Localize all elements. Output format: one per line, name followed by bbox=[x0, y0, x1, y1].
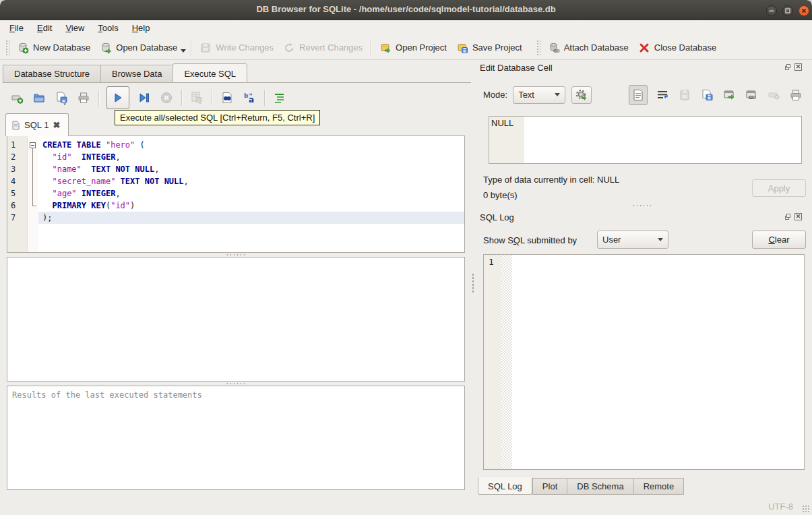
cell-size-info: 0 byte(s) bbox=[483, 190, 518, 200]
print-sql-button[interactable] bbox=[76, 90, 91, 105]
fold-guide-line bbox=[32, 148, 33, 206]
cell-value-editor[interactable]: NULL bbox=[489, 116, 802, 164]
save-results-button[interactable] bbox=[189, 90, 204, 105]
menu-view[interactable]: View bbox=[59, 21, 91, 35]
open-sql-file-button[interactable] bbox=[32, 90, 46, 105]
open-external-icon[interactable] bbox=[722, 88, 737, 102]
cell-toolbar bbox=[629, 85, 803, 105]
execute-all-button[interactable] bbox=[106, 86, 129, 109]
save-project-button[interactable]: Save Project bbox=[451, 39, 527, 57]
menu-file[interactable]: File bbox=[3, 21, 30, 35]
new-sql-tab-button[interactable] bbox=[9, 90, 24, 105]
sql-code-editor[interactable]: 1234567 CREATE TABLE "hero" ( "id" INTEG… bbox=[7, 135, 465, 253]
cell-mode-row: Mode: Text bbox=[483, 86, 592, 104]
menubar: File Edit View Tools Help bbox=[0, 20, 812, 36]
code-line[interactable]: "age" INTEGER, bbox=[38, 187, 464, 200]
window-controls bbox=[766, 5, 809, 16]
results-log-panel[interactable]: Results of the last executed statements bbox=[7, 386, 465, 490]
results-placeholder: Results of the last executed statements bbox=[12, 390, 202, 400]
auto-mode-button[interactable] bbox=[571, 86, 592, 104]
vertical-splitter[interactable] bbox=[472, 273, 475, 293]
stop-button[interactable] bbox=[159, 90, 174, 105]
sql-log-editor[interactable]: 1 bbox=[483, 254, 805, 470]
write-changes-button[interactable]: Write Changes bbox=[195, 39, 278, 57]
code-line[interactable]: ); bbox=[38, 212, 464, 224]
open-database-dropdown-arrow[interactable] bbox=[181, 49, 186, 53]
sql-tab-label: SQL 1 bbox=[24, 120, 49, 130]
sql-log-dock-header: SQL Log ✕ bbox=[480, 212, 807, 224]
sql-document-tab[interactable]: SQL 1 ✖ bbox=[5, 113, 69, 136]
replace-button[interactable]: b a bbox=[242, 90, 257, 105]
menu-tools[interactable]: Tools bbox=[91, 21, 125, 35]
execute-line-button[interactable] bbox=[137, 90, 152, 105]
line-number: 1 bbox=[7, 139, 27, 151]
edit-cell-dock-header: Edit Database Cell ✕ bbox=[480, 63, 807, 75]
menu-edit[interactable]: Edit bbox=[30, 21, 59, 35]
log-fold-margin bbox=[501, 255, 512, 469]
window-title: DB Browser for SQLite - /home/user/code/… bbox=[0, 4, 812, 14]
close-button[interactable] bbox=[799, 5, 809, 16]
clear-button[interactable]: Clear bbox=[752, 231, 806, 249]
svg-text:b: b bbox=[244, 92, 249, 99]
tab-database-structure[interactable]: Database Structure bbox=[3, 65, 100, 83]
fold-collapse-icon[interactable] bbox=[30, 142, 36, 148]
line-number: 7 bbox=[7, 212, 27, 224]
tab-plot[interactable]: Plot bbox=[532, 478, 567, 495]
code-line[interactable]: "id" INTEGER, bbox=[38, 151, 464, 163]
tab-execute-sql[interactable]: Execute SQL bbox=[173, 63, 247, 83]
execute-tooltip: Execute all/selected SQL [Ctrl+Return, F… bbox=[115, 110, 320, 125]
set-null-icon[interactable] bbox=[766, 88, 781, 102]
export-cell-icon[interactable] bbox=[699, 88, 714, 102]
sql-toolbar-separator bbox=[181, 90, 182, 106]
sql-tab-close-icon[interactable]: ✖ bbox=[53, 120, 60, 130]
close-database-button[interactable]: Close Database bbox=[633, 39, 722, 57]
mode-combobox[interactable]: Text bbox=[513, 86, 565, 104]
dock-close-icon[interactable]: ✕ bbox=[794, 63, 802, 71]
apply-button[interactable]: Apply bbox=[752, 179, 806, 197]
tab-sql-log[interactable]: SQL Log bbox=[478, 477, 532, 495]
dock-float-icon[interactable] bbox=[784, 63, 792, 71]
chevron-down-icon bbox=[658, 238, 663, 241]
dock-close-icon[interactable]: ✕ bbox=[794, 213, 802, 220]
chevron-down-icon bbox=[555, 93, 560, 96]
format-sql-button[interactable] bbox=[272, 90, 287, 105]
results-grid-panel[interactable] bbox=[7, 257, 465, 382]
open-project-button[interactable]: Open Project bbox=[375, 39, 451, 57]
maximize-button[interactable] bbox=[782, 5, 793, 16]
new-database-button[interactable]: New Database bbox=[12, 39, 95, 57]
cell-type-info: Type of data currently in cell: NULL bbox=[483, 175, 619, 185]
link-cell-icon[interactable] bbox=[744, 88, 759, 102]
fold-margin bbox=[28, 136, 38, 252]
titlebar[interactable]: DB Browser for SQLite - /home/user/code/… bbox=[0, 0, 812, 20]
log-text-area[interactable] bbox=[512, 255, 804, 469]
code-area[interactable]: CREATE TABLE "hero" ( "id" INTEGER, "nam… bbox=[38, 136, 464, 252]
word-wrap-icon[interactable] bbox=[655, 88, 670, 102]
code-line[interactable]: CREATE TABLE "hero" ( bbox=[38, 139, 464, 151]
write-changes-icon bbox=[199, 42, 212, 54]
tab-browse-data[interactable]: Browse Data bbox=[100, 65, 173, 83]
line-number: 5 bbox=[7, 187, 27, 200]
find-button[interactable] bbox=[220, 90, 235, 105]
toolbar-drag-handle[interactable] bbox=[536, 40, 540, 56]
toolbar-drag-handle[interactable] bbox=[5, 40, 9, 56]
code-line[interactable]: "name" TEXT NOT NULL, bbox=[38, 163, 464, 175]
save-sql-file-button[interactable] bbox=[54, 90, 69, 105]
dock-float-icon[interactable] bbox=[784, 213, 792, 221]
revert-changes-button[interactable]: Revert Changes bbox=[278, 39, 367, 57]
open-database-button[interactable]: Open Database bbox=[95, 39, 182, 57]
log-filter-combobox[interactable]: User bbox=[597, 231, 668, 249]
tab-db-schema[interactable]: DB Schema bbox=[567, 478, 633, 495]
import-cell-icon[interactable] bbox=[677, 88, 692, 102]
sql-toolbar-separator bbox=[264, 90, 265, 106]
text-mode-toggle[interactable] bbox=[629, 85, 648, 105]
menu-help[interactable]: Help bbox=[125, 21, 157, 35]
attach-database-button[interactable]: Attach Database bbox=[543, 39, 633, 57]
resize-grip[interactable] bbox=[802, 505, 810, 513]
code-line[interactable]: PRIMARY KEY("id") bbox=[38, 200, 464, 212]
code-line[interactable]: "secret_name" TEXT NOT NULL, bbox=[38, 175, 464, 187]
dock-splitter[interactable] bbox=[632, 204, 652, 208]
tab-remote[interactable]: Remote bbox=[633, 478, 685, 495]
print-cell-icon[interactable] bbox=[788, 88, 803, 102]
minimize-button[interactable] bbox=[766, 5, 777, 16]
line-number: 3 bbox=[7, 163, 27, 175]
